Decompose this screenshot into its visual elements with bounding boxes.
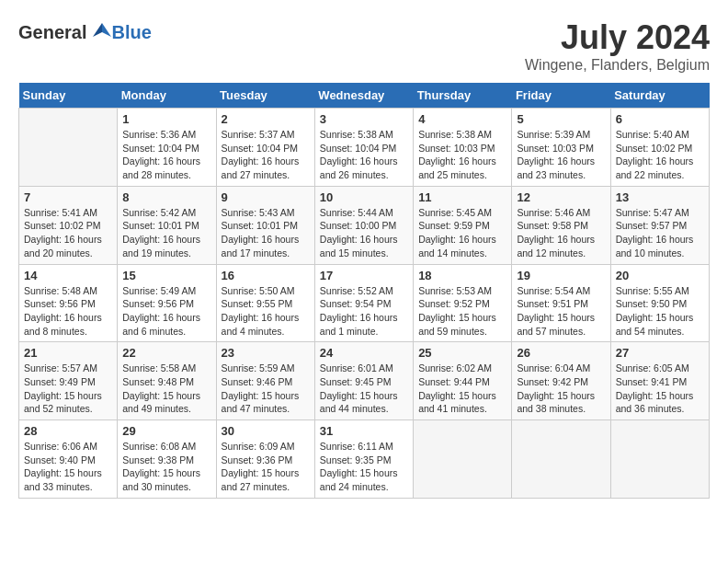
day-info: Sunrise: 5:57 AM Sunset: 9:49 PM Dayligh…	[24, 362, 112, 416]
day-number: 15	[122, 269, 210, 282]
logo-general-text: General	[18, 22, 86, 43]
calendar-cell: 25Sunrise: 6:02 AM Sunset: 9:44 PM Dayli…	[414, 342, 512, 420]
calendar-week-1: 1Sunrise: 5:36 AM Sunset: 10:04 PM Dayli…	[19, 109, 710, 187]
day-info: Sunrise: 5:45 AM Sunset: 9:59 PM Dayligh…	[418, 206, 506, 260]
day-number: 12	[517, 190, 605, 204]
day-info: Sunrise: 5:37 AM Sunset: 10:04 PM Daylig…	[222, 128, 310, 182]
day-number: 27	[616, 346, 704, 360]
day-info: Sunrise: 5:50 AM Sunset: 9:55 PM Dayligh…	[222, 284, 310, 339]
calendar-cell: 3Sunrise: 5:38 AM Sunset: 10:04 PM Dayli…	[314, 109, 413, 187]
calendar-cell: 1Sunrise: 5:36 AM Sunset: 10:04 PM Dayli…	[118, 109, 216, 187]
logo-blue-text: Blue	[111, 22, 151, 43]
calendar-cell	[19, 109, 118, 187]
day-info: Sunrise: 6:06 AM Sunset: 9:40 PM Dayligh…	[24, 440, 112, 494]
day-info: Sunrise: 5:42 AM Sunset: 10:01 PM Daylig…	[122, 206, 210, 260]
day-info: Sunrise: 5:40 AM Sunset: 10:02 PM Daylig…	[616, 128, 704, 182]
day-number: 3	[320, 112, 408, 126]
day-info: Sunrise: 5:58 AM Sunset: 9:48 PM Dayligh…	[122, 362, 210, 416]
day-info: Sunrise: 6:11 AM Sunset: 9:35 PM Dayligh…	[320, 440, 408, 494]
day-number: 14	[24, 269, 112, 282]
calendar-cell: 17Sunrise: 5:52 AM Sunset: 9:54 PM Dayli…	[314, 264, 413, 342]
day-info: Sunrise: 6:05 AM Sunset: 9:41 PM Dayligh…	[616, 362, 704, 416]
header-monday: Monday	[118, 83, 216, 109]
calendar-cell: 14Sunrise: 5:48 AM Sunset: 9:56 PM Dayli…	[19, 264, 118, 342]
day-info: Sunrise: 5:38 AM Sunset: 10:03 PM Daylig…	[418, 128, 506, 182]
day-info: Sunrise: 5:43 AM Sunset: 10:01 PM Daylig…	[222, 206, 310, 260]
day-number: 6	[616, 112, 704, 126]
calendar-cell	[610, 420, 709, 499]
day-number: 31	[320, 424, 408, 438]
day-info: Sunrise: 5:48 AM Sunset: 9:56 PM Dayligh…	[24, 284, 112, 339]
calendar-cell: 26Sunrise: 6:04 AM Sunset: 9:42 PM Dayli…	[512, 342, 610, 420]
calendar-cell: 31Sunrise: 6:11 AM Sunset: 9:35 PM Dayli…	[314, 420, 413, 499]
calendar-cell	[414, 420, 512, 499]
calendar-cell: 27Sunrise: 6:05 AM Sunset: 9:41 PM Dayli…	[610, 342, 709, 420]
title-area: July 2024 Wingene, Flanders, Belgium	[525, 18, 710, 74]
day-info: Sunrise: 6:01 AM Sunset: 9:45 PM Dayligh…	[320, 362, 408, 416]
calendar-cell: 9Sunrise: 5:43 AM Sunset: 10:01 PM Dayli…	[216, 186, 314, 264]
header-wednesday: Wednesday	[314, 83, 413, 109]
calendar-cell: 29Sunrise: 6:08 AM Sunset: 9:38 PM Dayli…	[118, 420, 216, 499]
calendar-cell: 8Sunrise: 5:42 AM Sunset: 10:01 PM Dayli…	[118, 186, 216, 264]
day-number: 16	[222, 269, 310, 282]
month-year-title: July 2024	[525, 18, 710, 57]
day-number: 13	[616, 190, 704, 204]
page-header: General Blue July 2024 Wingene, Flanders…	[18, 18, 710, 74]
day-info: Sunrise: 5:54 AM Sunset: 9:51 PM Dayligh…	[517, 284, 605, 339]
day-number: 23	[222, 346, 310, 360]
day-number: 4	[418, 112, 506, 126]
calendar-table: SundayMondayTuesdayWednesdayThursdayFrid…	[18, 83, 710, 499]
calendar-cell: 4Sunrise: 5:38 AM Sunset: 10:03 PM Dayli…	[414, 109, 512, 187]
day-number: 11	[418, 190, 506, 204]
day-info: Sunrise: 5:39 AM Sunset: 10:03 PM Daylig…	[517, 128, 605, 182]
calendar-cell: 10Sunrise: 5:44 AM Sunset: 10:00 PM Dayl…	[314, 186, 413, 264]
calendar-cell: 28Sunrise: 6:06 AM Sunset: 9:40 PM Dayli…	[19, 420, 118, 499]
day-number: 24	[320, 346, 408, 360]
day-number: 1	[122, 112, 210, 126]
calendar-cell: 12Sunrise: 5:46 AM Sunset: 9:58 PM Dayli…	[512, 186, 610, 264]
calendar-cell: 21Sunrise: 5:57 AM Sunset: 9:49 PM Dayli…	[19, 342, 118, 420]
day-info: Sunrise: 5:41 AM Sunset: 10:02 PM Daylig…	[24, 206, 112, 260]
day-info: Sunrise: 5:53 AM Sunset: 9:52 PM Dayligh…	[418, 284, 506, 339]
day-number: 5	[517, 112, 605, 126]
day-info: Sunrise: 6:02 AM Sunset: 9:44 PM Dayligh…	[418, 362, 506, 416]
day-number: 30	[222, 424, 310, 438]
day-number: 21	[24, 346, 112, 360]
day-info: Sunrise: 5:47 AM Sunset: 9:57 PM Dayligh…	[616, 206, 704, 260]
calendar-cell: 18Sunrise: 5:53 AM Sunset: 9:52 PM Dayli…	[414, 264, 512, 342]
day-info: Sunrise: 5:55 AM Sunset: 9:50 PM Dayligh…	[616, 284, 704, 339]
day-number: 22	[122, 346, 210, 360]
day-info: Sunrise: 5:52 AM Sunset: 9:54 PM Dayligh…	[320, 284, 408, 339]
calendar-cell: 2Sunrise: 5:37 AM Sunset: 10:04 PM Dayli…	[216, 109, 314, 187]
day-number: 7	[24, 190, 112, 204]
calendar-cell: 23Sunrise: 5:59 AM Sunset: 9:46 PM Dayli…	[216, 342, 314, 420]
calendar-cell: 15Sunrise: 5:49 AM Sunset: 9:56 PM Dayli…	[118, 264, 216, 342]
calendar-week-4: 21Sunrise: 5:57 AM Sunset: 9:49 PM Dayli…	[19, 342, 710, 420]
day-number: 19	[517, 269, 605, 282]
calendar-cell: 13Sunrise: 5:47 AM Sunset: 9:57 PM Dayli…	[610, 186, 709, 264]
calendar-week-3: 14Sunrise: 5:48 AM Sunset: 9:56 PM Dayli…	[19, 264, 710, 342]
calendar-week-2: 7Sunrise: 5:41 AM Sunset: 10:02 PM Dayli…	[19, 186, 710, 264]
day-number: 25	[418, 346, 506, 360]
calendar-cell: 16Sunrise: 5:50 AM Sunset: 9:55 PM Dayli…	[216, 264, 314, 342]
day-info: Sunrise: 5:59 AM Sunset: 9:46 PM Dayligh…	[222, 362, 310, 416]
day-number: 26	[517, 346, 605, 360]
calendar-cell: 30Sunrise: 6:09 AM Sunset: 9:36 PM Dayli…	[216, 420, 314, 499]
header-saturday: Saturday	[610, 83, 709, 109]
calendar-cell: 5Sunrise: 5:39 AM Sunset: 10:03 PM Dayli…	[512, 109, 610, 187]
day-number: 17	[320, 269, 408, 282]
calendar-cell: 11Sunrise: 5:45 AM Sunset: 9:59 PM Dayli…	[414, 186, 512, 264]
day-info: Sunrise: 5:46 AM Sunset: 9:58 PM Dayligh…	[517, 206, 605, 260]
day-number: 9	[222, 190, 310, 204]
header-friday: Friday	[512, 83, 610, 109]
day-info: Sunrise: 6:09 AM Sunset: 9:36 PM Dayligh…	[222, 440, 310, 494]
day-number: 8	[122, 190, 210, 204]
calendar-cell: 7Sunrise: 5:41 AM Sunset: 10:02 PM Dayli…	[19, 186, 118, 264]
day-info: Sunrise: 5:44 AM Sunset: 10:00 PM Daylig…	[320, 206, 408, 260]
day-info: Sunrise: 5:38 AM Sunset: 10:04 PM Daylig…	[320, 128, 408, 182]
calendar-cell: 22Sunrise: 5:58 AM Sunset: 9:48 PM Dayli…	[118, 342, 216, 420]
location-subtitle: Wingene, Flanders, Belgium	[525, 57, 710, 74]
day-number: 10	[320, 190, 408, 204]
day-number: 20	[616, 269, 704, 282]
header-tuesday: Tuesday	[216, 83, 314, 109]
